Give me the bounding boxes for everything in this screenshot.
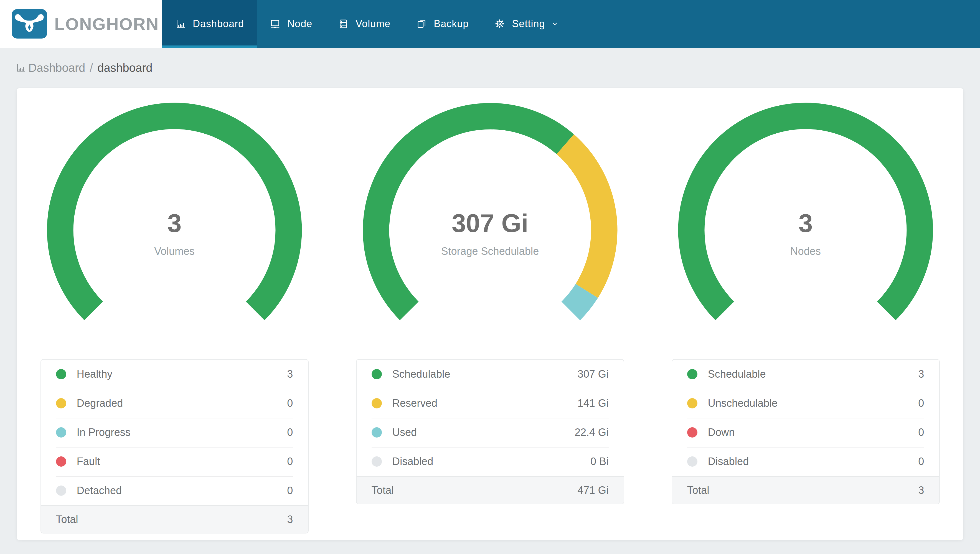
gauge-value: 3 xyxy=(44,210,305,236)
legend-row-reserved: Reserved141 Gi xyxy=(356,389,624,418)
storage-gauge: 307 Gi Storage Schedulable xyxy=(360,103,620,327)
nav-item-setting[interactable]: Setting xyxy=(481,0,572,48)
legend-label: Down xyxy=(708,427,918,438)
legend-row-in-progress: In Progress0 xyxy=(41,418,308,447)
status-dot xyxy=(372,369,382,379)
legend-row-used: Used22.4 Gi xyxy=(356,418,624,447)
legend-label: In Progress xyxy=(77,427,287,438)
legend-row-schedulable: Schedulable3 xyxy=(672,360,939,389)
legend-value: 0 xyxy=(918,397,924,409)
nodes-panel: 3 Nodes Schedulable3Unschedulable0Down0D… xyxy=(648,103,963,540)
storage-legend-table: Schedulable307 GiReserved141 GiUsed22.4 … xyxy=(356,359,624,505)
breadcrumb-section[interactable]: Dashboard xyxy=(28,61,85,75)
gauge-title: Volumes xyxy=(44,246,305,256)
longhorn-logo[interactable]: LONGHORN xyxy=(0,0,162,48)
legend-label: Fault xyxy=(77,455,287,468)
volume-icon xyxy=(338,18,349,29)
legend-row-disabled: Disabled0 Bi xyxy=(356,447,624,476)
legend-label: Disabled xyxy=(392,455,591,468)
breadcrumb-page: dashboard xyxy=(97,61,153,75)
nav-item-label: Volume xyxy=(355,18,390,30)
legend-total-row: Total3 xyxy=(672,476,939,504)
legend-total-row: Total471 Gi xyxy=(356,476,624,504)
legend-label: Used xyxy=(392,427,574,438)
legend-label: Schedulable xyxy=(708,368,918,380)
legend-total-row: Total3 xyxy=(41,505,308,533)
main-nav: DashboardNodeVolumeBackupSetting xyxy=(162,0,572,48)
legend-value: 0 xyxy=(918,455,924,468)
legend-row-down: Down0 xyxy=(672,418,939,447)
status-dot xyxy=(687,369,697,379)
legend-row-disabled: Disabled0 xyxy=(672,447,939,476)
volumes-legend-table: Healthy3Degraded0In Progress0Fault0Detac… xyxy=(40,359,309,533)
legend-value: 22.4 Gi xyxy=(574,427,609,438)
legend-value: 0 xyxy=(287,455,293,468)
status-dot xyxy=(56,398,66,408)
legend-row-degraded: Degraded0 xyxy=(41,389,308,418)
brand-name: LONGHORN xyxy=(54,14,159,34)
status-dot xyxy=(372,456,382,466)
bar-chart-icon xyxy=(175,18,186,29)
nodes-gauge: 3 Nodes xyxy=(675,103,936,327)
legend-value: 0 xyxy=(287,427,293,438)
status-dot xyxy=(372,398,382,408)
status-dot xyxy=(56,486,66,496)
total-value: 471 Gi xyxy=(578,484,609,496)
total-label: Total xyxy=(372,484,578,496)
node-icon xyxy=(270,18,281,29)
nav-item-label: Setting xyxy=(512,18,545,30)
legend-value: 307 Gi xyxy=(578,368,609,380)
legend-row-detached: Detached0 xyxy=(41,476,308,505)
backup-icon xyxy=(416,18,427,29)
nav-item-volume[interactable]: Volume xyxy=(325,0,403,48)
status-dot xyxy=(687,427,697,438)
legend-label: Schedulable xyxy=(392,368,578,380)
gauge-title: Storage Schedulable xyxy=(360,246,620,256)
total-label: Total xyxy=(56,514,287,525)
total-value: 3 xyxy=(287,514,293,525)
gauge-segment-used xyxy=(571,291,587,311)
storage-panel: 307 Gi Storage Schedulable Schedulable30… xyxy=(332,103,648,540)
legend-label: Degraded xyxy=(77,397,287,409)
total-label: Total xyxy=(687,484,918,496)
nav-item-label: Dashboard xyxy=(193,18,244,30)
status-dot xyxy=(56,369,66,379)
dashboard-card: 3 Volumes Healthy3Degraded0In Progress0F… xyxy=(17,88,963,540)
nav-item-backup[interactable]: Backup xyxy=(403,0,481,48)
status-dot xyxy=(56,456,66,466)
status-dot xyxy=(56,427,66,438)
nav-item-label: Backup xyxy=(434,18,469,30)
legend-value: 0 xyxy=(918,427,924,438)
status-dot xyxy=(372,427,382,438)
gear-icon xyxy=(494,18,505,29)
gauge-value: 3 xyxy=(675,210,936,236)
nav-item-dashboard[interactable]: Dashboard xyxy=(162,0,257,48)
legend-label: Disabled xyxy=(708,455,918,468)
legend-label: Detached xyxy=(77,485,287,497)
status-dot xyxy=(687,456,697,466)
total-value: 3 xyxy=(918,484,924,496)
legend-value: 3 xyxy=(287,368,293,380)
volumes-panel: 3 Volumes Healthy3Degraded0In Progress0F… xyxy=(17,103,332,540)
legend-row-schedulable: Schedulable307 Gi xyxy=(356,360,624,389)
legend-value: 141 Gi xyxy=(578,397,609,409)
volumes-gauge: 3 Volumes xyxy=(44,103,305,327)
breadcrumb: Dashboard / dashboard xyxy=(0,48,980,88)
gauge-title: Nodes xyxy=(675,246,936,256)
legend-label: Unschedulable xyxy=(708,397,918,409)
nav-item-node[interactable]: Node xyxy=(257,0,325,48)
top-navbar: LONGHORN DashboardNodeVolumeBackupSettin… xyxy=(0,0,980,48)
breadcrumb-separator: / xyxy=(89,61,93,75)
status-dot xyxy=(687,398,697,408)
legend-value: 0 xyxy=(287,397,293,409)
bar-chart-icon xyxy=(16,63,26,73)
legend-value: 0 xyxy=(287,485,293,497)
legend-value: 0 Bi xyxy=(590,455,608,468)
legend-row-unschedulable: Unschedulable0 xyxy=(672,389,939,418)
nodes-legend-table: Schedulable3Unschedulable0Down0Disabled0… xyxy=(671,359,940,505)
legend-row-fault: Fault0 xyxy=(41,447,308,476)
gauge-value: 307 Gi xyxy=(360,210,620,236)
legend-label: Reserved xyxy=(392,397,578,409)
legend-value: 3 xyxy=(918,368,924,380)
nav-item-label: Node xyxy=(287,18,312,30)
